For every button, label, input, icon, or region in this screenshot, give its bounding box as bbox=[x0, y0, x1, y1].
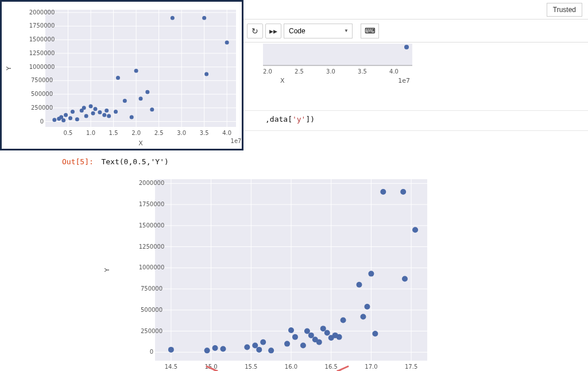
svg-point-69 bbox=[380, 189, 386, 195]
svg-text:2000000: 2000000 bbox=[29, 9, 55, 16]
svg-text:1.5: 1.5 bbox=[109, 130, 118, 136]
svg-point-121 bbox=[89, 104, 93, 108]
svg-point-138 bbox=[204, 72, 208, 76]
svg-point-70 bbox=[400, 189, 406, 195]
restart-icon: ↻ bbox=[252, 26, 258, 36]
main-scatter-chart: 14.515.015.516.016.517.017.5025000050000… bbox=[102, 172, 435, 371]
svg-point-136 bbox=[171, 16, 175, 20]
svg-text:1500000: 1500000 bbox=[29, 36, 55, 42]
svg-point-59 bbox=[324, 330, 330, 335]
partial-axis-offset: 1e7 bbox=[398, 77, 410, 84]
svg-text:Y: Y bbox=[5, 66, 13, 71]
svg-point-41 bbox=[168, 347, 174, 353]
svg-point-119 bbox=[82, 106, 86, 110]
svg-text:1000000: 1000000 bbox=[139, 264, 165, 270]
svg-point-113 bbox=[61, 118, 65, 122]
svg-point-46 bbox=[252, 343, 258, 349]
svg-point-117 bbox=[75, 117, 79, 121]
svg-point-67 bbox=[368, 271, 374, 277]
svg-point-49 bbox=[268, 347, 274, 353]
svg-text:3.5: 3.5 bbox=[200, 130, 209, 136]
svg-point-45 bbox=[244, 344, 250, 350]
svg-point-131 bbox=[130, 115, 134, 119]
svg-point-63 bbox=[341, 317, 346, 323]
svg-point-44 bbox=[220, 346, 226, 351]
svg-text:0: 0 bbox=[150, 349, 153, 355]
svg-point-128 bbox=[114, 110, 118, 114]
svg-text:1500000: 1500000 bbox=[139, 222, 165, 229]
svg-text:4.0: 4.0 bbox=[389, 68, 399, 75]
fast-forward-button[interactable]: ▸▸ bbox=[265, 24, 281, 38]
svg-text:500000: 500000 bbox=[141, 307, 163, 313]
svg-text:16.0: 16.0 bbox=[285, 364, 297, 370]
svg-text:250000: 250000 bbox=[31, 105, 53, 111]
svg-point-135 bbox=[150, 107, 154, 111]
svg-point-130 bbox=[123, 99, 127, 103]
svg-point-115 bbox=[68, 116, 72, 120]
partial-chart-axis: 2.02.53.03.54.0 1e7 X bbox=[263, 44, 424, 90]
svg-point-52 bbox=[292, 334, 298, 340]
svg-text:500000: 500000 bbox=[31, 91, 53, 97]
svg-text:1e7: 1e7 bbox=[231, 138, 242, 144]
svg-point-125 bbox=[102, 113, 106, 117]
svg-point-68 bbox=[372, 331, 378, 337]
code-fragment: ,data['y']) bbox=[265, 115, 315, 123]
svg-text:1250000: 1250000 bbox=[139, 244, 165, 250]
svg-text:17.0: 17.0 bbox=[365, 364, 377, 370]
svg-text:2000000: 2000000 bbox=[139, 180, 165, 186]
svg-text:3.5: 3.5 bbox=[358, 68, 367, 75]
output-row: Out[5]: Text(0,0.5,'Y') bbox=[62, 157, 169, 166]
svg-point-134 bbox=[145, 90, 149, 94]
svg-point-64 bbox=[357, 282, 362, 288]
command-palette-button[interactable]: ⌨ bbox=[361, 24, 379, 38]
svg-text:3.0: 3.0 bbox=[326, 68, 335, 75]
svg-text:0: 0 bbox=[40, 118, 44, 125]
svg-point-132 bbox=[134, 69, 138, 73]
svg-point-122 bbox=[91, 111, 95, 115]
svg-point-137 bbox=[202, 16, 206, 20]
svg-rect-75 bbox=[45, 10, 236, 127]
out-text: Text(0,0.5,'Y') bbox=[101, 157, 168, 166]
partial-axis-label: X bbox=[280, 77, 285, 84]
svg-text:15.0: 15.0 bbox=[204, 364, 217, 370]
svg-text:1250000: 1250000 bbox=[29, 50, 55, 56]
svg-text:2.0: 2.0 bbox=[263, 68, 272, 75]
svg-text:16.5: 16.5 bbox=[325, 364, 338, 370]
svg-point-58 bbox=[320, 326, 326, 331]
svg-text:1.0: 1.0 bbox=[86, 130, 95, 136]
svg-text:14.5: 14.5 bbox=[165, 364, 177, 370]
svg-point-126 bbox=[105, 109, 109, 113]
svg-point-53 bbox=[300, 343, 306, 349]
svg-text:15.5: 15.5 bbox=[245, 364, 257, 370]
svg-point-133 bbox=[139, 96, 143, 101]
svg-point-42 bbox=[204, 347, 210, 353]
svg-point-55 bbox=[308, 333, 314, 338]
svg-text:1750000: 1750000 bbox=[139, 201, 165, 207]
svg-point-65 bbox=[360, 314, 366, 320]
keyboard-icon: ⌨ bbox=[365, 26, 376, 35]
svg-text:0.5: 0.5 bbox=[64, 130, 73, 136]
svg-point-1 bbox=[404, 45, 409, 49]
svg-point-129 bbox=[116, 76, 120, 80]
svg-text:1000000: 1000000 bbox=[29, 64, 55, 70]
out-prompt: Out[5]: bbox=[62, 157, 94, 166]
svg-text:4.0: 4.0 bbox=[222, 130, 231, 136]
restart-kernel-button[interactable]: ↻ bbox=[247, 24, 263, 38]
svg-point-62 bbox=[336, 334, 342, 340]
fast-forward-icon: ▸▸ bbox=[269, 26, 277, 36]
svg-point-110 bbox=[52, 118, 56, 122]
svg-text:2.5: 2.5 bbox=[154, 130, 164, 136]
svg-text:1750000: 1750000 bbox=[29, 22, 55, 29]
svg-point-112 bbox=[59, 115, 63, 119]
svg-text:750000: 750000 bbox=[31, 77, 53, 83]
svg-point-120 bbox=[84, 114, 88, 118]
svg-point-48 bbox=[260, 339, 266, 345]
svg-point-72 bbox=[412, 227, 418, 233]
svg-point-54 bbox=[304, 329, 310, 334]
svg-text:17.5: 17.5 bbox=[405, 364, 417, 370]
trusted-badge[interactable]: Trusted bbox=[547, 3, 582, 17]
svg-text:2.5: 2.5 bbox=[295, 68, 304, 75]
svg-text:Y: Y bbox=[103, 268, 111, 272]
svg-point-116 bbox=[71, 110, 75, 114]
cell-type-select[interactable]: Code bbox=[284, 24, 353, 38]
